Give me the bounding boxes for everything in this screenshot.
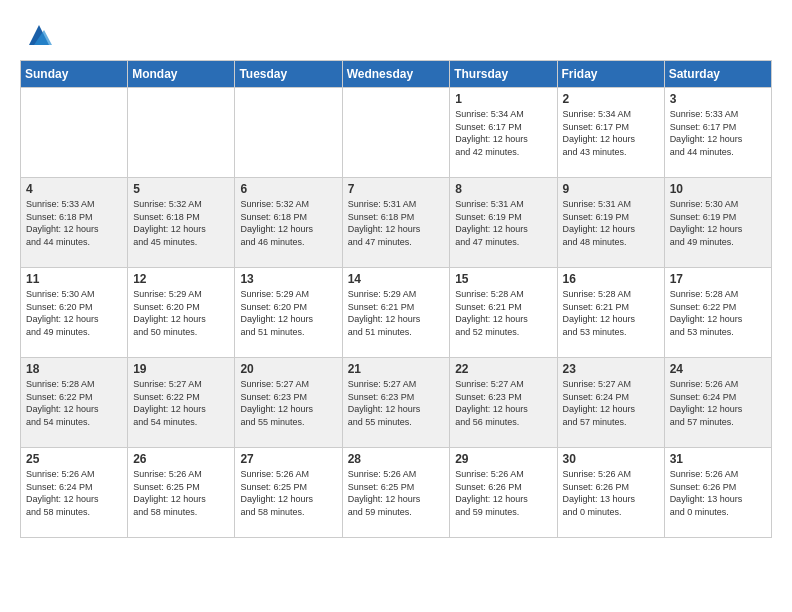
logo-icon [24, 20, 54, 50]
day-number: 15 [455, 272, 551, 286]
calendar-week-row: 4Sunrise: 5:33 AM Sunset: 6:18 PM Daylig… [21, 178, 772, 268]
day-number: 13 [240, 272, 336, 286]
calendar-cell: 20Sunrise: 5:27 AM Sunset: 6:23 PM Dayli… [235, 358, 342, 448]
header-monday: Monday [128, 61, 235, 88]
day-number: 4 [26, 182, 122, 196]
day-info: Sunrise: 5:30 AM Sunset: 6:20 PM Dayligh… [26, 288, 122, 338]
calendar-week-row: 25Sunrise: 5:26 AM Sunset: 6:24 PM Dayli… [21, 448, 772, 538]
day-info: Sunrise: 5:28 AM Sunset: 6:21 PM Dayligh… [455, 288, 551, 338]
calendar-cell [21, 88, 128, 178]
day-info: Sunrise: 5:33 AM Sunset: 6:18 PM Dayligh… [26, 198, 122, 248]
calendar-week-row: 1Sunrise: 5:34 AM Sunset: 6:17 PM Daylig… [21, 88, 772, 178]
day-info: Sunrise: 5:28 AM Sunset: 6:22 PM Dayligh… [670, 288, 766, 338]
calendar-table: SundayMondayTuesdayWednesdayThursdayFrid… [20, 60, 772, 538]
day-info: Sunrise: 5:27 AM Sunset: 6:23 PM Dayligh… [240, 378, 336, 428]
day-info: Sunrise: 5:30 AM Sunset: 6:19 PM Dayligh… [670, 198, 766, 248]
day-number: 27 [240, 452, 336, 466]
day-number: 14 [348, 272, 445, 286]
day-info: Sunrise: 5:26 AM Sunset: 6:25 PM Dayligh… [348, 468, 445, 518]
day-number: 19 [133, 362, 229, 376]
day-info: Sunrise: 5:29 AM Sunset: 6:20 PM Dayligh… [240, 288, 336, 338]
day-info: Sunrise: 5:26 AM Sunset: 6:25 PM Dayligh… [240, 468, 336, 518]
day-number: 6 [240, 182, 336, 196]
calendar-week-row: 18Sunrise: 5:28 AM Sunset: 6:22 PM Dayli… [21, 358, 772, 448]
calendar-cell: 2Sunrise: 5:34 AM Sunset: 6:17 PM Daylig… [557, 88, 664, 178]
calendar-cell: 4Sunrise: 5:33 AM Sunset: 6:18 PM Daylig… [21, 178, 128, 268]
calendar-cell: 21Sunrise: 5:27 AM Sunset: 6:23 PM Dayli… [342, 358, 450, 448]
calendar-cell: 7Sunrise: 5:31 AM Sunset: 6:18 PM Daylig… [342, 178, 450, 268]
header-friday: Friday [557, 61, 664, 88]
calendar-cell: 3Sunrise: 5:33 AM Sunset: 6:17 PM Daylig… [664, 88, 771, 178]
calendar-cell: 22Sunrise: 5:27 AM Sunset: 6:23 PM Dayli… [450, 358, 557, 448]
calendar-cell: 31Sunrise: 5:26 AM Sunset: 6:26 PM Dayli… [664, 448, 771, 538]
calendar-cell: 27Sunrise: 5:26 AM Sunset: 6:25 PM Dayli… [235, 448, 342, 538]
calendar-cell: 6Sunrise: 5:32 AM Sunset: 6:18 PM Daylig… [235, 178, 342, 268]
day-info: Sunrise: 5:32 AM Sunset: 6:18 PM Dayligh… [133, 198, 229, 248]
day-number: 3 [670, 92, 766, 106]
day-info: Sunrise: 5:26 AM Sunset: 6:25 PM Dayligh… [133, 468, 229, 518]
day-number: 16 [563, 272, 659, 286]
calendar-cell [128, 88, 235, 178]
day-number: 30 [563, 452, 659, 466]
calendar-cell: 10Sunrise: 5:30 AM Sunset: 6:19 PM Dayli… [664, 178, 771, 268]
day-info: Sunrise: 5:31 AM Sunset: 6:19 PM Dayligh… [563, 198, 659, 248]
calendar-cell: 12Sunrise: 5:29 AM Sunset: 6:20 PM Dayli… [128, 268, 235, 358]
header-thursday: Thursday [450, 61, 557, 88]
day-number: 24 [670, 362, 766, 376]
day-number: 23 [563, 362, 659, 376]
day-number: 31 [670, 452, 766, 466]
day-info: Sunrise: 5:32 AM Sunset: 6:18 PM Dayligh… [240, 198, 336, 248]
day-number: 7 [348, 182, 445, 196]
day-info: Sunrise: 5:26 AM Sunset: 6:24 PM Dayligh… [670, 378, 766, 428]
day-info: Sunrise: 5:26 AM Sunset: 6:26 PM Dayligh… [455, 468, 551, 518]
calendar-cell [235, 88, 342, 178]
day-info: Sunrise: 5:27 AM Sunset: 6:23 PM Dayligh… [455, 378, 551, 428]
day-number: 18 [26, 362, 122, 376]
day-info: Sunrise: 5:26 AM Sunset: 6:26 PM Dayligh… [670, 468, 766, 518]
calendar-cell: 14Sunrise: 5:29 AM Sunset: 6:21 PM Dayli… [342, 268, 450, 358]
calendar-week-row: 11Sunrise: 5:30 AM Sunset: 6:20 PM Dayli… [21, 268, 772, 358]
day-number: 25 [26, 452, 122, 466]
calendar-cell: 30Sunrise: 5:26 AM Sunset: 6:26 PM Dayli… [557, 448, 664, 538]
calendar-cell: 17Sunrise: 5:28 AM Sunset: 6:22 PM Dayli… [664, 268, 771, 358]
page-header [20, 20, 772, 50]
day-number: 11 [26, 272, 122, 286]
day-number: 8 [455, 182, 551, 196]
calendar-cell: 25Sunrise: 5:26 AM Sunset: 6:24 PM Dayli… [21, 448, 128, 538]
calendar-cell: 29Sunrise: 5:26 AM Sunset: 6:26 PM Dayli… [450, 448, 557, 538]
day-number: 5 [133, 182, 229, 196]
day-number: 21 [348, 362, 445, 376]
header-tuesday: Tuesday [235, 61, 342, 88]
calendar-cell [342, 88, 450, 178]
calendar-cell: 23Sunrise: 5:27 AM Sunset: 6:24 PM Dayli… [557, 358, 664, 448]
day-number: 20 [240, 362, 336, 376]
day-info: Sunrise: 5:27 AM Sunset: 6:24 PM Dayligh… [563, 378, 659, 428]
day-info: Sunrise: 5:27 AM Sunset: 6:22 PM Dayligh… [133, 378, 229, 428]
calendar-cell: 26Sunrise: 5:26 AM Sunset: 6:25 PM Dayli… [128, 448, 235, 538]
calendar-cell: 9Sunrise: 5:31 AM Sunset: 6:19 PM Daylig… [557, 178, 664, 268]
day-info: Sunrise: 5:28 AM Sunset: 6:22 PM Dayligh… [26, 378, 122, 428]
calendar-cell: 8Sunrise: 5:31 AM Sunset: 6:19 PM Daylig… [450, 178, 557, 268]
day-info: Sunrise: 5:29 AM Sunset: 6:20 PM Dayligh… [133, 288, 229, 338]
day-info: Sunrise: 5:34 AM Sunset: 6:17 PM Dayligh… [563, 108, 659, 158]
calendar-cell: 24Sunrise: 5:26 AM Sunset: 6:24 PM Dayli… [664, 358, 771, 448]
day-number: 26 [133, 452, 229, 466]
calendar-header-row: SundayMondayTuesdayWednesdayThursdayFrid… [21, 61, 772, 88]
day-info: Sunrise: 5:33 AM Sunset: 6:17 PM Dayligh… [670, 108, 766, 158]
day-number: 17 [670, 272, 766, 286]
calendar-cell: 15Sunrise: 5:28 AM Sunset: 6:21 PM Dayli… [450, 268, 557, 358]
calendar-cell: 16Sunrise: 5:28 AM Sunset: 6:21 PM Dayli… [557, 268, 664, 358]
day-info: Sunrise: 5:31 AM Sunset: 6:18 PM Dayligh… [348, 198, 445, 248]
calendar-cell: 13Sunrise: 5:29 AM Sunset: 6:20 PM Dayli… [235, 268, 342, 358]
day-number: 1 [455, 92, 551, 106]
day-info: Sunrise: 5:34 AM Sunset: 6:17 PM Dayligh… [455, 108, 551, 158]
calendar-cell: 19Sunrise: 5:27 AM Sunset: 6:22 PM Dayli… [128, 358, 235, 448]
day-number: 10 [670, 182, 766, 196]
day-number: 28 [348, 452, 445, 466]
day-number: 2 [563, 92, 659, 106]
calendar-cell: 5Sunrise: 5:32 AM Sunset: 6:18 PM Daylig… [128, 178, 235, 268]
calendar-cell: 18Sunrise: 5:28 AM Sunset: 6:22 PM Dayli… [21, 358, 128, 448]
day-info: Sunrise: 5:26 AM Sunset: 6:24 PM Dayligh… [26, 468, 122, 518]
day-info: Sunrise: 5:31 AM Sunset: 6:19 PM Dayligh… [455, 198, 551, 248]
day-number: 9 [563, 182, 659, 196]
